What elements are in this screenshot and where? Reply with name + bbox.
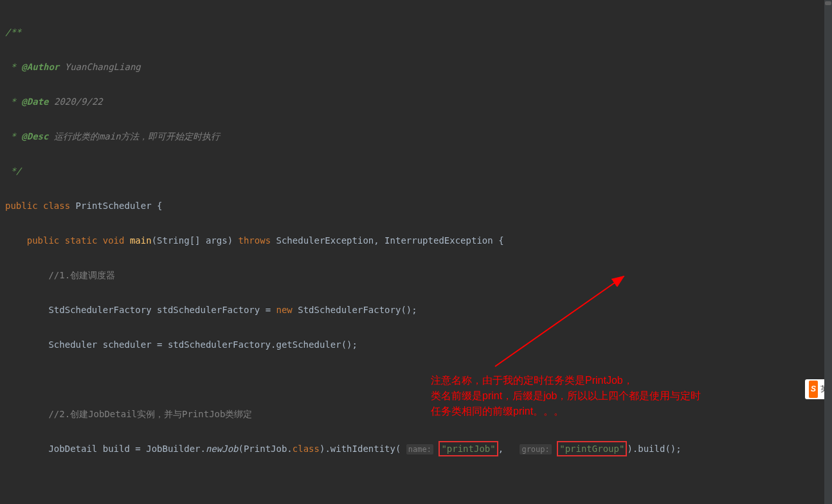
highlight-printjob: "printJob" — [439, 441, 498, 456]
doc-date: 2020/9/22 — [54, 96, 103, 107]
comment-1: //1.创建调度器 — [48, 270, 115, 280]
doc-close: */ — [5, 166, 21, 176]
method-main: main — [130, 235, 152, 246]
doc-date-tag: @Date — [21, 96, 48, 107]
param-hint-name: name: — [406, 444, 433, 455]
doc-open: /** — [5, 27, 21, 37]
comment-2: //2.创建JobDetail实例，并与PrintJob类绑定 — [48, 409, 252, 419]
vertical-scrollbar[interactable] — [824, 0, 832, 504]
doc-author: YuanChangLiang — [65, 62, 141, 72]
sogou-icon: S — [809, 381, 818, 398]
doc-author-tag: @Author — [21, 62, 59, 72]
annotation-text: 注意名称，由于我的定时任务类是PrintJob， 类名前缀是print，后缀是j… — [431, 373, 810, 419]
doc-desc-tag: @Desc — [21, 131, 48, 141]
doc-desc: 运行此类的main方法，即可开始定时执行 — [54, 131, 220, 141]
class-name: PrintScheduler — [76, 201, 152, 211]
code-editor[interactable]: /** * @Author YuanChangLiang * @Date 202… — [0, 0, 832, 504]
scrollbar-thumb[interactable] — [825, 1, 831, 5]
highlight-printgroup: "printGroup" — [557, 441, 627, 456]
param-hint-group: group: — [520, 444, 551, 455]
